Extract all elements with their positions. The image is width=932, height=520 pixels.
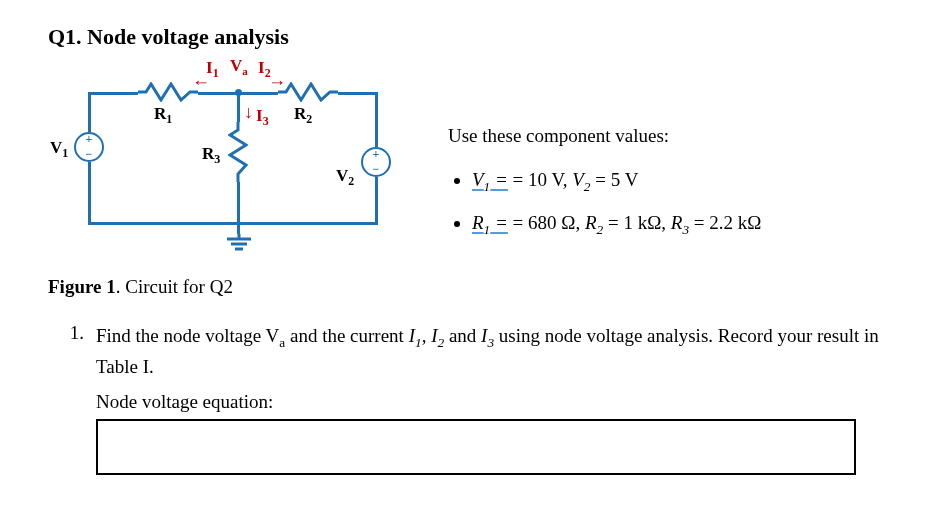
label-r2: R2 — [294, 104, 312, 127]
figure-row: V1 V2 R1 R2 R3 I1 Va I2 I3 ← → ↓ Figure … — [48, 62, 884, 298]
label-v2: V2 — [336, 166, 354, 189]
task-number: 1. — [48, 322, 96, 381]
label-i3: I3 — [256, 106, 269, 129]
task-body: Find the node voltage Va and the current… — [96, 322, 884, 381]
arrow-i2: → — [268, 72, 286, 93]
arrow-i3: ↓ — [244, 102, 253, 123]
arrow-i1: ← — [192, 72, 210, 93]
resistor-r1 — [138, 82, 198, 102]
ground-icon — [224, 234, 254, 258]
nveq-answer-box[interactable] — [96, 419, 856, 475]
voltage-source-v1 — [74, 132, 104, 162]
resistor-r3 — [228, 122, 248, 182]
component-values: Use these component values: V1 = = 10 V,… — [448, 118, 761, 248]
node-voltage-equation-section: Node voltage equation: — [96, 391, 884, 475]
task-1: 1. Find the node voltage Va and the curr… — [48, 322, 884, 381]
figure-caption: Figure 1. Circuit for Q2 — [48, 276, 408, 298]
values-line-voltages: V1 = = 10 V, V2 = 5 V — [472, 162, 761, 199]
label-r3: R3 — [202, 144, 220, 167]
circuit-diagram: V1 V2 R1 R2 R3 I1 Va I2 I3 ← → ↓ — [58, 62, 398, 262]
voltage-source-v2 — [361, 147, 391, 177]
figure-wrapper: V1 V2 R1 R2 R3 I1 Va I2 I3 ← → ↓ Figure … — [48, 62, 408, 298]
resistor-r2 — [278, 82, 338, 102]
question-title: Q1. Node voltage analysis — [48, 24, 884, 50]
values-heading: Use these component values: — [448, 118, 761, 154]
label-r1: R1 — [154, 104, 172, 127]
page: Q1. Node voltage analysis — [0, 0, 932, 520]
label-v1: V1 — [50, 138, 68, 161]
nveq-label: Node voltage equation: — [96, 391, 884, 413]
values-line-resistors: R1 = = 680 Ω, R2 = 1 kΩ, R3 = 2.2 kΩ — [472, 205, 761, 242]
label-va: Va — [230, 56, 248, 77]
